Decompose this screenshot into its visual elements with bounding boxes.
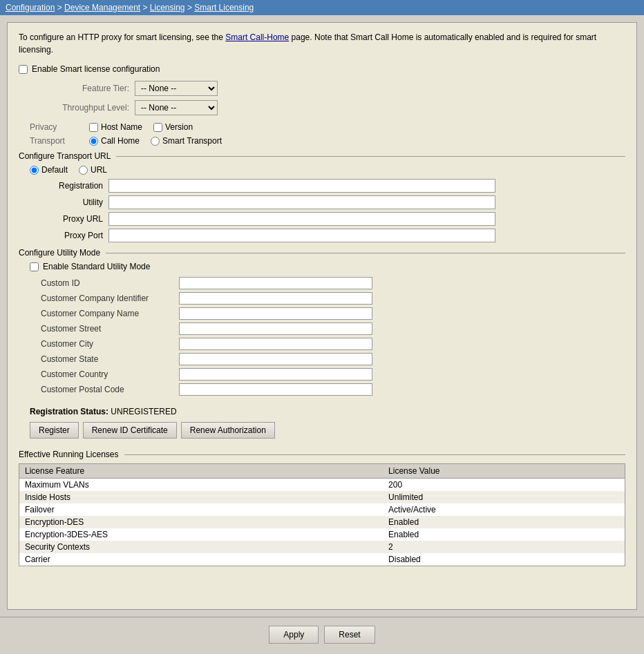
license-feature-cell: Encryption-DES [19, 516, 383, 528]
configure-utility-mode-label: Configure Utility Mode [19, 248, 100, 258]
proxy-port-input[interactable] [108, 229, 495, 242]
custom-id-input[interactable] [179, 277, 372, 289]
effective-running-licenses-section: Effective Running Licenses License Featu… [19, 450, 625, 566]
version-checkbox-label: Version [153, 122, 193, 132]
utility-input[interactable] [108, 195, 495, 209]
registration-status-value: UNREGISTERED [111, 407, 176, 416]
table-row: Encryption-DESEnabled [19, 516, 625, 528]
customer-country-input[interactable] [179, 368, 372, 381]
license-value-header: License Value [383, 464, 625, 479]
utility-row: Utility [30, 195, 625, 209]
enable-smart-license-checkbox[interactable] [19, 65, 28, 74]
customer-street-row: Customer Street [30, 323, 625, 335]
customer-postal-code-input[interactable] [179, 383, 372, 396]
enable-standard-utility-label: Enable Standard Utility Mode [43, 262, 150, 271]
customer-company-name-input[interactable] [179, 307, 372, 320]
customer-company-name-label: Customer Company Name [41, 309, 179, 318]
configure-transport-url-label: Configure Transport URL [19, 151, 111, 161]
proxy-port-label: Proxy Port [41, 231, 103, 240]
feature-tier-label: Feature Tier: [39, 84, 129, 93]
renew-id-certificate-button[interactable]: Renew ID Certificate [83, 422, 177, 439]
license-feature-cell: Inside Hosts [19, 491, 383, 503]
utility-label: Utility [41, 198, 103, 207]
customer-state-row: Customer State [30, 353, 625, 365]
proxy-url-input[interactable] [108, 212, 495, 226]
throughput-level-row: Throughput Level: -- None -- [19, 100, 625, 115]
enable-standard-utility-checkbox[interactable] [30, 262, 39, 271]
customer-company-name-row: Customer Company Name [30, 307, 625, 320]
customer-country-label: Customer Country [41, 369, 179, 379]
transport-row: Transport Call Home Smart Transport [19, 136, 625, 146]
smart-transport-radio[interactable] [151, 137, 160, 146]
info-text: To configure an HTTP proxy for smart lic… [19, 31, 625, 56]
url-type-row: Default URL [30, 165, 625, 175]
customer-company-identifier-label: Customer Company Identifier [41, 294, 179, 303]
customer-city-input[interactable] [179, 338, 372, 350]
license-table-header-row: License Feature License Value [19, 464, 625, 479]
proxy-port-row: Proxy Port [30, 229, 625, 242]
throughput-level-label: Throughput Level: [39, 103, 129, 113]
enable-smart-license-label: Enable Smart license configuration [32, 64, 160, 74]
license-value-cell: 2 [383, 541, 625, 553]
license-value-cell: Disabled [383, 553, 625, 566]
license-feature-cell: Maximum VLANs [19, 479, 383, 492]
customer-company-identifier-row: Customer Company Identifier [30, 292, 625, 305]
configure-utility-mode-divider: Configure Utility Mode [19, 248, 625, 258]
table-row: FailoverActive/Active [19, 503, 625, 516]
throughput-level-select[interactable]: -- None -- [135, 100, 218, 115]
proxy-url-row: Proxy URL [30, 212, 625, 226]
call-home-radio-label: Call Home [89, 136, 140, 146]
url-radio[interactable] [79, 166, 88, 175]
customer-city-label: Customer City [41, 339, 179, 349]
license-value-cell: Active/Active [383, 503, 625, 516]
action-buttons: Register Renew ID Certificate Renew Auth… [30, 422, 625, 439]
license-feature-cell: Security Contexts [19, 541, 383, 553]
custom-id-row: Custom ID [30, 277, 625, 289]
enable-standard-utility-row: Enable Standard Utility Mode [30, 262, 625, 271]
version-checkbox[interactable] [153, 123, 162, 132]
breadcrumb-device-management[interactable]: Device Management [64, 3, 140, 12]
table-row: CarrierDisabled [19, 553, 625, 566]
license-table: License Feature License Value Maximum VL… [19, 464, 625, 566]
bottom-toolbar: Apply Reset [0, 617, 644, 651]
reset-button[interactable]: Reset [324, 626, 375, 644]
customer-state-input[interactable] [179, 353, 372, 365]
breadcrumb-configuration[interactable]: Configuration [6, 3, 55, 12]
apply-button[interactable]: Apply [269, 626, 319, 644]
registration-label: Registration [41, 181, 103, 191]
registration-status: Registration Status: UNREGISTERED [30, 407, 625, 416]
smart-call-home-link[interactable]: Smart Call-Home [225, 32, 289, 42]
renew-authorization-button[interactable]: Renew Authorization [181, 422, 275, 439]
smart-transport-radio-label: Smart Transport [151, 136, 222, 146]
license-value-cell: Enabled [383, 528, 625, 541]
default-radio-label: Default [30, 165, 68, 175]
privacy-label: Privacy [30, 122, 78, 132]
call-home-radio[interactable] [89, 137, 98, 146]
breadcrumb-licensing[interactable]: Licensing [150, 3, 185, 12]
customer-postal-code-row: Customer Postal Code [30, 383, 625, 396]
register-button[interactable]: Register [30, 422, 79, 439]
privacy-row: Privacy Host Name Version [19, 122, 625, 132]
customer-company-identifier-input[interactable] [179, 292, 372, 305]
transport-section: Default URL Registration Utility Proxy U… [19, 165, 625, 242]
registration-input[interactable] [108, 179, 495, 193]
table-row: Maximum VLANs200 [19, 479, 625, 492]
url-radio-label: URL [79, 165, 107, 175]
transport-label: Transport [30, 136, 78, 146]
customer-state-label: Customer State [41, 354, 179, 364]
license-feature-cell: Carrier [19, 553, 383, 566]
default-radio[interactable] [30, 166, 39, 175]
licenses-section-label: Effective Running Licenses [19, 450, 119, 459]
table-row: Inside HostsUnlimited [19, 491, 625, 503]
enable-smart-license-row: Enable Smart license configuration [19, 64, 625, 74]
table-row: Security Contexts2 [19, 541, 625, 553]
license-table-container: License Feature License Value Maximum VL… [19, 463, 625, 566]
registration-status-label: Registration Status: [30, 407, 108, 416]
hostname-checkbox[interactable] [89, 123, 98, 132]
feature-tier-select[interactable]: -- None -- [135, 81, 218, 96]
table-row: Encryption-3DES-AESEnabled [19, 528, 625, 541]
customer-street-input[interactable] [179, 323, 372, 335]
breadcrumb-smart-licensing[interactable]: Smart Licensing [194, 3, 254, 12]
license-feature-cell: Failover [19, 503, 383, 516]
proxy-url-label: Proxy URL [41, 214, 103, 224]
